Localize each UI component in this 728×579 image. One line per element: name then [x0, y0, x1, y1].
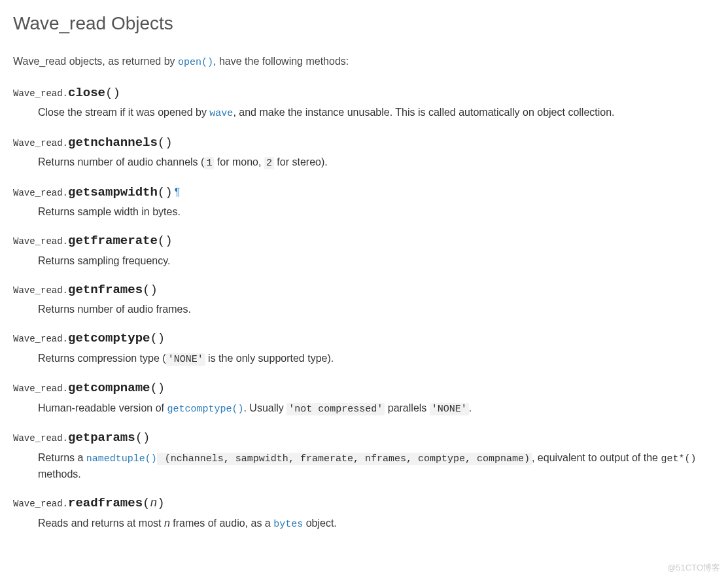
desc-text: Returns number of audio channels ( — [38, 156, 204, 167]
class-prefix: Wave_read. — [13, 285, 68, 296]
param-ref: n — [164, 518, 170, 529]
method-name: getnframes — [68, 283, 143, 297]
wave-link[interactable]: wave — [209, 108, 233, 119]
class-prefix: Wave_read. — [13, 334, 68, 344]
intro-text-post: , have the following methods: — [213, 56, 349, 67]
desc-text: Returns a — [38, 452, 86, 463]
method-name: getsampwidth — [68, 185, 158, 200]
method-signature: Wave_read.readframes(n) — [13, 494, 715, 513]
desc-text: frames of audio, as a — [170, 518, 273, 529]
desc-text: Close the stream if it was opened by — [38, 107, 209, 118]
method-signature: Wave_read.close() — [13, 84, 715, 103]
class-prefix: Wave_read. — [13, 188, 68, 198]
method-getsampwidth: Wave_read.getsampwidth()¶ Returns sample… — [13, 183, 715, 220]
desc-text: . Usually — [243, 402, 286, 413]
section-heading: Wave_read Objects — [13, 10, 715, 37]
method-parens: () — [135, 430, 150, 445]
method-description: Returns number of audio frames. — [38, 302, 715, 317]
desc-text: , equivalent to output of the — [532, 452, 661, 463]
method-name: getframerate — [68, 234, 158, 248]
code-literal: 1 — [204, 157, 214, 169]
method-description: Returns compression type ('NONE' is the … — [38, 351, 715, 368]
method-description: Human-readable version of getcomptype().… — [38, 400, 715, 417]
intro-text-pre: Wave_read objects, as returned by — [13, 56, 178, 67]
desc-text: , and make the instance unusable. This i… — [233, 107, 614, 118]
method-param: n — [150, 497, 157, 510]
desc-text: object. — [303, 518, 337, 529]
method-getnframes: Wave_read.getnframes() Returns number of… — [13, 281, 715, 318]
method-name: getcomptype — [68, 331, 150, 345]
namedtuple-link[interactable]: namedtuple() — [86, 453, 157, 465]
desc-text: Reads and returns at most — [38, 518, 164, 529]
method-description: Returns number of audio channels (1 for … — [38, 154, 715, 171]
desc-text: parallels — [385, 402, 429, 413]
class-prefix: Wave_read. — [13, 433, 68, 444]
class-prefix: Wave_read. — [13, 236, 68, 247]
method-name: close — [68, 86, 105, 100]
paren-open: ( — [143, 496, 150, 510]
permalink-icon[interactable]: ¶ — [175, 186, 181, 198]
class-prefix: Wave_read. — [13, 138, 68, 149]
method-description: Close the stream if it was opened by wav… — [38, 105, 715, 122]
method-getcompname: Wave_read.getcompname() Human-readable v… — [13, 379, 715, 417]
desc-text: is the only supported type). — [205, 353, 334, 364]
method-description: Reads and returns at most n frames of au… — [38, 516, 715, 533]
method-parens: () — [105, 86, 120, 100]
method-readframes: Wave_read.readframes(n) Reads and return… — [13, 494, 715, 532]
method-close: Wave_read.close() Close the stream if it… — [13, 84, 715, 122]
method-parens: () — [158, 234, 173, 248]
bytes-link[interactable]: bytes — [273, 519, 303, 530]
method-getnchannels: Wave_read.getnchannels() Returns number … — [13, 133, 715, 171]
code-literal: 'NONE' — [166, 353, 205, 366]
intro-paragraph: Wave_read objects, as returned by open()… — [13, 54, 715, 71]
desc-text: for mono, — [214, 156, 264, 167]
method-getframerate: Wave_read.getframerate() Returns samplin… — [13, 232, 715, 269]
desc-text: . — [469, 402, 472, 413]
method-name: readframes — [68, 496, 143, 510]
method-getparams: Wave_read.getparams() Returns a namedtup… — [13, 429, 715, 482]
method-signature: Wave_read.getparams() — [13, 429, 715, 447]
method-parens: () — [158, 135, 173, 150]
method-signature: Wave_read.getnframes() — [13, 281, 715, 300]
method-description: Returns sample width in bytes. — [38, 204, 715, 220]
method-parens: () — [150, 381, 165, 395]
method-name: getparams — [68, 430, 135, 445]
method-signature: Wave_read.getcomptype() — [13, 329, 715, 348]
desc-text: Returns compression type ( — [38, 353, 166, 364]
method-description: Returns a namedtuple() (nchannels, sampw… — [38, 450, 715, 483]
open-link[interactable]: open() — [178, 57, 213, 68]
desc-text: Human-readable version of — [38, 402, 167, 413]
class-prefix: Wave_read. — [13, 383, 68, 394]
method-signature: Wave_read.getframerate() — [13, 232, 715, 251]
paren-close: ) — [157, 496, 164, 510]
class-prefix: Wave_read. — [13, 499, 68, 509]
code-literal: get*() — [661, 453, 696, 465]
method-parens: () — [150, 331, 165, 345]
code-literal: 'not compressed' — [286, 403, 385, 415]
getcomptype-link[interactable]: getcomptype() — [167, 404, 243, 415]
method-parens: () — [158, 185, 173, 200]
code-literal: 2 — [264, 157, 274, 169]
method-name: getcompname — [68, 381, 150, 395]
desc-text: methods. — [38, 468, 81, 480]
desc-text: for stereo). — [274, 156, 328, 167]
code-literal: 'NONE' — [430, 403, 469, 415]
method-parens: () — [143, 283, 158, 297]
method-description: Returns sampling frequency. — [38, 253, 715, 269]
class-prefix: Wave_read. — [13, 88, 68, 99]
method-name: getnchannels — [68, 135, 158, 150]
method-signature: Wave_read.getcompname() — [13, 379, 715, 398]
method-signature: Wave_read.getsampwidth()¶ — [13, 183, 715, 202]
method-signature: Wave_read.getnchannels() — [13, 133, 715, 152]
code-literal: (nchannels, sampwidth, framerate, nframe… — [157, 453, 532, 465]
method-getcomptype: Wave_read.getcomptype() Returns compress… — [13, 329, 715, 367]
